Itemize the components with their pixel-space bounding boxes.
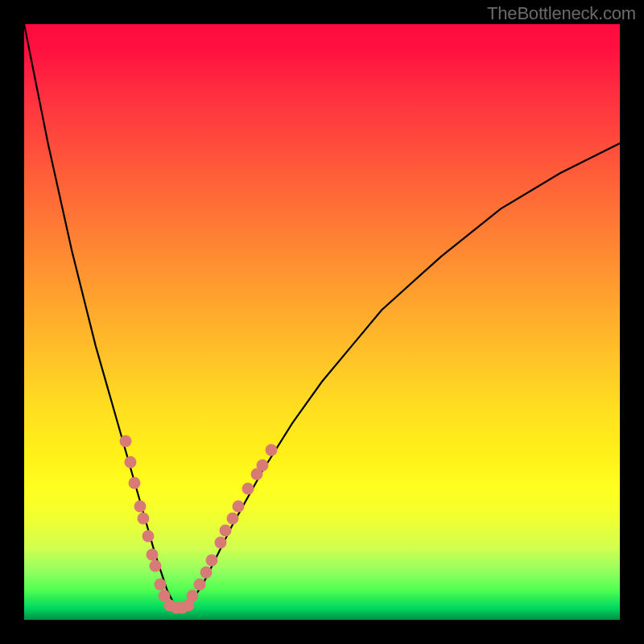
bottleneck-curve [24, 24, 620, 608]
data-point [154, 578, 166, 590]
data-point [119, 436, 131, 448]
curve-layer [24, 24, 620, 620]
data-point [124, 456, 136, 468]
data-point [147, 548, 159, 560]
data-point [266, 444, 278, 456]
data-point [149, 560, 161, 572]
data-point [257, 459, 269, 471]
data-point [138, 513, 150, 525]
data-point [142, 530, 154, 543]
data-point [134, 501, 147, 513]
data-point [215, 536, 227, 548]
chart-root: TheBottleneck.com [0, 0, 644, 644]
data-point [206, 555, 218, 567]
data-point [242, 483, 254, 495]
data-point [233, 501, 245, 513]
data-point [194, 578, 206, 590]
plot-area [24, 24, 620, 620]
data-point [227, 513, 239, 525]
watermark-text: TheBottleneck.com [487, 3, 636, 24]
data-point [200, 566, 212, 578]
data-point [187, 590, 199, 602]
data-point [220, 525, 232, 537]
data-point [128, 477, 140, 489]
